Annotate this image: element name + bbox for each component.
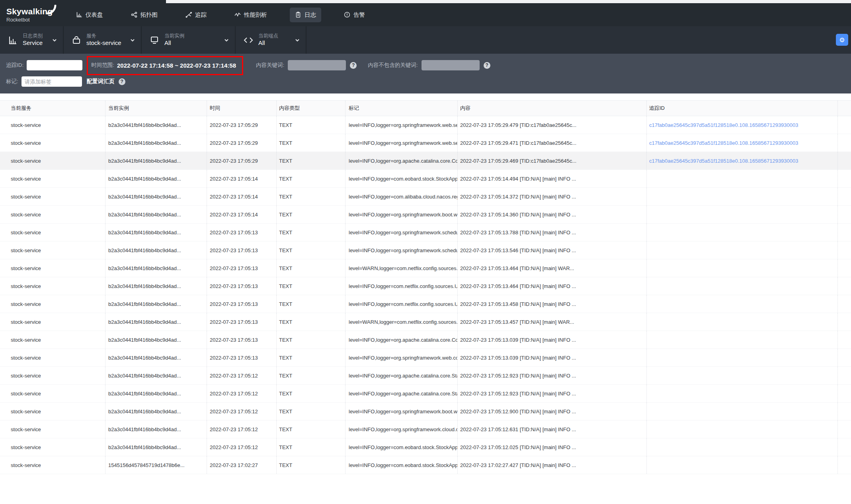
table-row[interactable]: stock-service b2a3c0441fbf416bb4bc9d4ad.…	[0, 188, 851, 206]
cell-time: 2022-07-23 17:05:29	[207, 152, 277, 169]
settings-button[interactable]: ⚙	[836, 34, 848, 46]
selector-log-category[interactable]: 日志类别 Service	[0, 26, 64, 54]
table-row[interactable]: stock-service 1545156d457845719d1478b6e.…	[0, 456, 851, 474]
selector-instance[interactable]: 当前实例 All	[142, 26, 236, 54]
chevron-down-icon	[52, 37, 57, 43]
selector-value: All	[258, 39, 278, 47]
trace-id-link[interactable]: c17fab0ae25645c397d5a51f128518e0.108.165…	[649, 158, 798, 164]
cell-tags: level=INFO,logger=com.alibaba.cloud.naco…	[345, 188, 458, 205]
cell-extra	[838, 116, 851, 134]
table-row[interactable]: stock-service b2a3c0441fbf416bb4bc9d4ad.…	[0, 259, 851, 277]
cell-service: stock-service	[0, 152, 105, 169]
instance-icon	[150, 35, 159, 45]
nav-item-dashboard[interactable]: 仪表盘	[71, 8, 108, 22]
cell-service: stock-service	[0, 116, 105, 134]
cell-content: 2022-07-23 17:05:13.458 [TID:N/A] [main]…	[458, 295, 647, 313]
table-row[interactable]: stock-service b2a3c0441fbf416bb4bc9d4ad.…	[0, 206, 851, 224]
cell-content-type: TEXT	[277, 313, 345, 331]
trace-id-input[interactable]	[27, 60, 82, 70]
selector-endpoint[interactable]: 当前端点 All	[236, 26, 306, 54]
endpoint-icon	[244, 35, 253, 45]
cell-content: 2022-07-23 17:05:13.464 [TID:N/A] [main]…	[458, 277, 647, 295]
exclude-keywords-input	[422, 60, 480, 70]
nav-item-trace[interactable]: 追踪	[180, 8, 212, 22]
cell-content-type: TEXT	[277, 188, 345, 205]
table-row[interactable]: stock-service b2a3c0441fbf416bb4bc9d4ad.…	[0, 349, 851, 367]
alarm-icon	[344, 12, 350, 18]
table-row[interactable]: stock-service b2a3c0441fbf416bb4bc9d4ad.…	[0, 385, 851, 403]
cell-content-type: TEXT	[277, 152, 345, 169]
cell-extra	[838, 420, 851, 438]
help-icon[interactable]: ?	[350, 62, 357, 69]
table-row[interactable]: stock-service b2a3c0441fbf416bb4bc9d4ad.…	[0, 331, 851, 349]
vocabulary-page-link[interactable]: 配置词汇页	[87, 78, 115, 85]
selector-bar: 日志类别 Service 服务 stock-service	[0, 26, 851, 54]
cell-service: stock-service	[0, 313, 105, 331]
cell-tags: level=INFO,logger=org.springframework.bo…	[345, 403, 458, 420]
log-table-body: stock-service b2a3c0441fbf416bb4bc9d4ad.…	[0, 116, 851, 474]
cell-service: stock-service	[0, 188, 105, 205]
trace-id-link[interactable]: c17fab0ae25645c397d5a51f128518e0.108.165…	[649, 140, 798, 146]
cell-content: 2022-07-23 17:05:12.923 [TID:N/A] [main]…	[458, 367, 647, 384]
cell-instance: b2a3c0441fbf416bb4bc9d4ad...	[105, 259, 207, 277]
cell-tags: level=INFO,logger=com.netflix.config.sou…	[345, 295, 458, 313]
cell-service: stock-service	[0, 134, 105, 152]
table-row[interactable]: stock-service b2a3c0441fbf416bb4bc9d4ad.…	[0, 438, 851, 456]
nav-item-topology[interactable]: 拓扑图	[126, 8, 163, 22]
cell-content: 2022-07-23 17:05:13.457 [TID:N/A] [main]…	[458, 313, 647, 331]
time-range-label: 时间范围:	[91, 62, 114, 69]
cell-content-type: TEXT	[277, 259, 345, 277]
table-row[interactable]: stock-service b2a3c0441fbf416bb4bc9d4ad.…	[0, 313, 851, 331]
gear-icon: ⚙	[839, 36, 845, 44]
cell-tags: level=INFO,logger=com.eobard.stock.Stock…	[345, 456, 458, 474]
tags-input[interactable]	[21, 76, 82, 87]
selector-service[interactable]: 服务 stock-service	[64, 26, 142, 54]
cell-service: stock-service	[0, 241, 105, 259]
time-range-picker[interactable]: 时间范围: 2022-07-22 17:14:58 ~ 2022-07-23 1…	[90, 61, 238, 70]
help-icon[interactable]: ?	[119, 78, 125, 85]
cell-tags: level=INFO,logger=com.eobard.stock.Stock…	[345, 438, 458, 456]
trace-id-label: 追踪ID:	[6, 62, 23, 69]
table-row[interactable]: stock-service b2a3c0441fbf416bb4bc9d4ad.…	[0, 134, 851, 152]
cell-extra	[838, 295, 851, 313]
nav-item-profile[interactable]: 性能剖析	[229, 8, 272, 22]
table-row[interactable]: stock-service b2a3c0441fbf416bb4bc9d4ad.…	[0, 152, 851, 170]
cell-instance: b2a3c0441fbf416bb4bc9d4ad...	[105, 313, 207, 331]
table-row[interactable]: stock-service b2a3c0441fbf416bb4bc9d4ad.…	[0, 420, 851, 438]
cell-content-type: TEXT	[277, 224, 345, 241]
table-row[interactable]: stock-service b2a3c0441fbf416bb4bc9d4ad.…	[0, 367, 851, 385]
nav-item-label: 拓扑图	[141, 11, 158, 19]
nav-item-alarm[interactable]: 告警	[339, 8, 370, 22]
cell-instance: b2a3c0441fbf416bb4bc9d4ad...	[105, 367, 207, 384]
cell-content-type: TEXT	[277, 385, 345, 402]
table-row[interactable]: stock-service b2a3c0441fbf416bb4bc9d4ad.…	[0, 116, 851, 134]
table-row[interactable]: stock-service b2a3c0441fbf416bb4bc9d4ad.…	[0, 295, 851, 313]
cell-extra	[838, 367, 851, 384]
table-row[interactable]: stock-service b2a3c0441fbf416bb4bc9d4ad.…	[0, 224, 851, 241]
trace-id-link[interactable]: c17fab0ae25645c397d5a51f128518e0.108.165…	[649, 122, 798, 128]
filter-row-1: 追踪ID: 时间范围: 2022-07-22 17:14:58 ~ 2022-0…	[0, 59, 851, 71]
table-row[interactable]: stock-service b2a3c0441fbf416bb4bc9d4ad.…	[0, 170, 851, 188]
cell-content-type: TEXT	[277, 241, 345, 259]
selector-label: 当前端点	[258, 33, 278, 39]
cell-service: stock-service	[0, 349, 105, 366]
cell-time: 2022-07-23 17:05:12	[207, 367, 277, 384]
cell-extra	[838, 224, 851, 241]
chart-icon	[8, 35, 18, 45]
table-row[interactable]: stock-service b2a3c0441fbf416bb4bc9d4ad.…	[0, 277, 851, 295]
table-row[interactable]: stock-service b2a3c0441fbf416bb4bc9d4ad.…	[0, 241, 851, 259]
cell-content: 2022-07-23 17:05:14.360 [TID:N/A] [main]…	[458, 206, 647, 223]
cell-content-type: TEXT	[277, 367, 345, 384]
chevron-down-icon	[295, 37, 300, 43]
cell-tags: level=INFO,logger=org.springframework.we…	[345, 116, 458, 134]
cell-tags: level=INFO,logger=org.apache.catalina.co…	[345, 367, 458, 384]
table-row[interactable]: stock-service b2a3c0441fbf416bb4bc9d4ad.…	[0, 403, 851, 420]
nav-item-log[interactable]: 日志	[290, 8, 321, 22]
help-icon[interactable]: ?	[484, 62, 490, 69]
tags-label: 标记:	[6, 78, 18, 85]
keywords-label: 内容关键词:	[256, 62, 284, 69]
cell-time: 2022-07-23 17:05:12	[207, 420, 277, 438]
cell-content-type: TEXT	[277, 420, 345, 438]
top-navbar: Skywalking Rocketbot 仪表盘 拓扑图	[0, 3, 851, 26]
filter-row-2: 标记: 配置词汇页 ?	[0, 76, 851, 88]
